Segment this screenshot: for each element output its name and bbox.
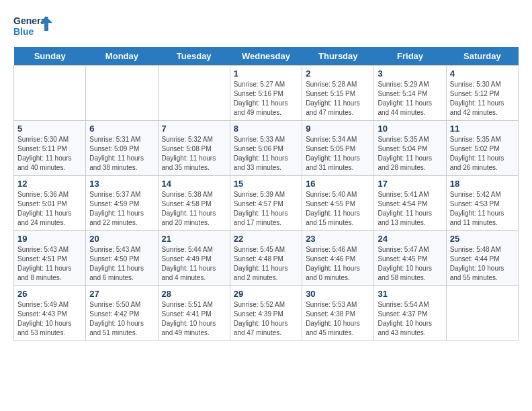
cell-info: Sunrise: 5:43 AM Sunset: 4:51 PM Dayligh… [17, 245, 82, 283]
date-number: 17 [378, 179, 442, 189]
cell-info: Sunrise: 5:30 AM Sunset: 5:11 PM Dayligh… [17, 135, 82, 173]
cell-info: Sunrise: 5:37 AM Sunset: 4:59 PM Dayligh… [89, 190, 154, 228]
day-header-wednesday: Wednesday [230, 47, 302, 66]
cell-info: Sunrise: 5:47 AM Sunset: 4:45 PM Dayligh… [378, 245, 442, 283]
calendar-cell: 14Sunrise: 5:38 AM Sunset: 4:58 PM Dayli… [158, 176, 230, 231]
calendar-cell: 18Sunrise: 5:42 AM Sunset: 4:53 PM Dayli… [446, 176, 518, 231]
calendar-cell: 24Sunrise: 5:47 AM Sunset: 4:45 PM Dayli… [374, 231, 446, 286]
cell-info: Sunrise: 5:43 AM Sunset: 4:50 PM Dayligh… [89, 245, 154, 283]
cell-info: Sunrise: 5:35 AM Sunset: 5:02 PM Dayligh… [450, 135, 515, 173]
date-number: 30 [306, 289, 370, 299]
calendar-cell: 4Sunrise: 5:30 AM Sunset: 5:12 PM Daylig… [446, 66, 518, 121]
cell-info: Sunrise: 5:27 AM Sunset: 5:16 PM Dayligh… [234, 80, 298, 118]
cell-info: Sunrise: 5:35 AM Sunset: 5:04 PM Dayligh… [378, 135, 442, 173]
calendar-cell: 7Sunrise: 5:32 AM Sunset: 5:08 PM Daylig… [158, 121, 230, 176]
cell-info: Sunrise: 5:39 AM Sunset: 4:57 PM Dayligh… [234, 190, 298, 228]
date-number: 22 [234, 234, 298, 244]
date-number: 7 [162, 124, 226, 134]
date-number: 13 [89, 179, 154, 189]
week-row-5: 26Sunrise: 5:49 AM Sunset: 4:43 PM Dayli… [14, 286, 519, 341]
calendar-cell: 22Sunrise: 5:45 AM Sunset: 4:48 PM Dayli… [230, 231, 302, 286]
calendar-cell: 9Sunrise: 5:34 AM Sunset: 5:05 PM Daylig… [302, 121, 374, 176]
week-row-2: 5Sunrise: 5:30 AM Sunset: 5:11 PM Daylig… [14, 121, 519, 176]
cell-info: Sunrise: 5:44 AM Sunset: 4:49 PM Dayligh… [162, 245, 226, 283]
logo: GeneralBlue [13, 13, 54, 40]
date-number: 23 [306, 234, 370, 244]
date-number: 15 [234, 179, 298, 189]
cell-info: Sunrise: 5:33 AM Sunset: 5:06 PM Dayligh… [234, 135, 298, 173]
calendar-cell [446, 286, 518, 341]
date-number: 9 [306, 124, 370, 134]
date-number: 21 [162, 234, 226, 244]
calendar-cell: 8Sunrise: 5:33 AM Sunset: 5:06 PM Daylig… [230, 121, 302, 176]
day-header-thursday: Thursday [302, 47, 374, 66]
cell-info: Sunrise: 5:42 AM Sunset: 4:53 PM Dayligh… [450, 190, 515, 228]
calendar-cell: 5Sunrise: 5:30 AM Sunset: 5:11 PM Daylig… [14, 121, 86, 176]
calendar-cell: 6Sunrise: 5:31 AM Sunset: 5:09 PM Daylig… [86, 121, 158, 176]
date-number: 12 [17, 179, 82, 189]
date-number: 6 [89, 124, 154, 134]
calendar-cell: 27Sunrise: 5:50 AM Sunset: 4:42 PM Dayli… [86, 286, 158, 341]
day-header-sunday: Sunday [14, 47, 86, 66]
cell-info: Sunrise: 5:46 AM Sunset: 4:46 PM Dayligh… [306, 245, 370, 283]
date-number: 31 [378, 289, 442, 299]
calendar-cell: 3Sunrise: 5:29 AM Sunset: 5:14 PM Daylig… [374, 66, 446, 121]
cell-info: Sunrise: 5:32 AM Sunset: 5:08 PM Dayligh… [162, 135, 226, 173]
cell-info: Sunrise: 5:36 AM Sunset: 5:01 PM Dayligh… [17, 190, 82, 228]
date-number: 20 [89, 234, 154, 244]
date-number: 4 [450, 68, 515, 79]
calendar-cell: 12Sunrise: 5:36 AM Sunset: 5:01 PM Dayli… [14, 176, 86, 231]
date-number: 14 [162, 179, 226, 189]
calendar-cell: 31Sunrise: 5:54 AM Sunset: 4:37 PM Dayli… [374, 286, 446, 341]
date-number: 2 [306, 68, 370, 79]
date-number: 24 [378, 234, 442, 244]
calendar-cell: 26Sunrise: 5:49 AM Sunset: 4:43 PM Dayli… [14, 286, 86, 341]
cell-info: Sunrise: 5:40 AM Sunset: 4:55 PM Dayligh… [306, 190, 370, 228]
calendar-cell: 23Sunrise: 5:46 AM Sunset: 4:46 PM Dayli… [302, 231, 374, 286]
calendar-cell: 15Sunrise: 5:39 AM Sunset: 4:57 PM Dayli… [230, 176, 302, 231]
cell-info: Sunrise: 5:29 AM Sunset: 5:14 PM Dayligh… [378, 80, 442, 118]
calendar-cell [158, 66, 230, 121]
calendar-cell: 17Sunrise: 5:41 AM Sunset: 4:54 PM Dayli… [374, 176, 446, 231]
week-row-3: 12Sunrise: 5:36 AM Sunset: 5:01 PM Dayli… [14, 176, 519, 231]
cell-info: Sunrise: 5:53 AM Sunset: 4:38 PM Dayligh… [306, 300, 370, 338]
date-number: 26 [17, 289, 82, 299]
calendar-table: SundayMondayTuesdayWednesdayThursdayFrid… [13, 47, 519, 341]
calendar-cell: 28Sunrise: 5:51 AM Sunset: 4:41 PM Dayli… [158, 286, 230, 341]
date-number: 16 [306, 179, 370, 189]
date-number: 19 [17, 234, 82, 244]
day-header-tuesday: Tuesday [158, 47, 230, 66]
cell-info: Sunrise: 5:41 AM Sunset: 4:54 PM Dayligh… [378, 190, 442, 228]
calendar-cell: 30Sunrise: 5:53 AM Sunset: 4:38 PM Dayli… [302, 286, 374, 341]
cell-info: Sunrise: 5:31 AM Sunset: 5:09 PM Dayligh… [89, 135, 154, 173]
calendar-header: GeneralBlue [13, 13, 519, 40]
date-number: 18 [450, 179, 515, 189]
calendar-cell: 11Sunrise: 5:35 AM Sunset: 5:02 PM Dayli… [446, 121, 518, 176]
date-number: 10 [378, 124, 442, 134]
day-header-row: SundayMondayTuesdayWednesdayThursdayFrid… [14, 47, 519, 66]
calendar-cell: 19Sunrise: 5:43 AM Sunset: 4:51 PM Dayli… [14, 231, 86, 286]
date-number: 29 [234, 289, 298, 299]
date-number: 11 [450, 124, 515, 134]
calendar-cell: 25Sunrise: 5:48 AM Sunset: 4:44 PM Dayli… [446, 231, 518, 286]
calendar-cell: 16Sunrise: 5:40 AM Sunset: 4:55 PM Dayli… [302, 176, 374, 231]
day-header-monday: Monday [86, 47, 158, 66]
cell-info: Sunrise: 5:54 AM Sunset: 4:37 PM Dayligh… [378, 300, 442, 338]
cell-info: Sunrise: 5:48 AM Sunset: 4:44 PM Dayligh… [450, 245, 515, 283]
date-number: 27 [89, 289, 154, 299]
cell-info: Sunrise: 5:30 AM Sunset: 5:12 PM Dayligh… [450, 80, 515, 118]
calendar-cell: 13Sunrise: 5:37 AM Sunset: 4:59 PM Dayli… [86, 176, 158, 231]
date-number: 3 [378, 68, 442, 79]
cell-info: Sunrise: 5:38 AM Sunset: 4:58 PM Dayligh… [162, 190, 226, 228]
calendar-cell: 21Sunrise: 5:44 AM Sunset: 4:49 PM Dayli… [158, 231, 230, 286]
day-header-friday: Friday [374, 47, 446, 66]
date-number: 5 [17, 124, 82, 134]
week-row-1: 1Sunrise: 5:27 AM Sunset: 5:16 PM Daylig… [14, 66, 519, 121]
date-number: 1 [234, 68, 298, 79]
calendar-cell: 20Sunrise: 5:43 AM Sunset: 4:50 PM Dayli… [86, 231, 158, 286]
cell-info: Sunrise: 5:34 AM Sunset: 5:05 PM Dayligh… [306, 135, 370, 173]
date-number: 25 [450, 234, 515, 244]
cell-info: Sunrise: 5:49 AM Sunset: 4:43 PM Dayligh… [17, 300, 82, 338]
svg-text:Blue: Blue [13, 26, 34, 37]
cell-info: Sunrise: 5:28 AM Sunset: 5:15 PM Dayligh… [306, 80, 370, 118]
